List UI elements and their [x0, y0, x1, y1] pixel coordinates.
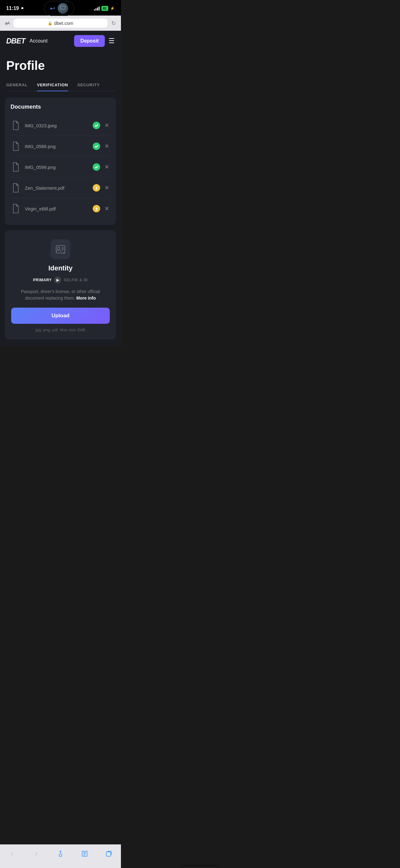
- identity-description: Passport, driver's license, or other off…: [14, 288, 107, 302]
- doc-remove-button[interactable]: ✕: [103, 184, 110, 192]
- status-center: ↩: [44, 1, 74, 16]
- lock-icon: 🔒: [48, 21, 53, 26]
- doc-name: Virgin_eBill.pdf: [25, 206, 93, 211]
- app-header: DBET Account Deposit ☰: [0, 31, 121, 51]
- battery-bolt: ⚡: [110, 6, 115, 10]
- tab-verification[interactable]: VERIFICATION: [37, 79, 68, 91]
- dbet-logo: DBET: [6, 37, 25, 45]
- status-green-icon: [93, 163, 100, 171]
- file-icon: [10, 120, 21, 131]
- identity-icon: [51, 239, 70, 259]
- doc-name: IMG_0588.png: [25, 144, 93, 149]
- document-item: IMG_0599.png ✕: [10, 157, 110, 178]
- id-tab-arrow: ▶: [54, 277, 61, 283]
- font-size-control[interactable]: aA: [5, 21, 10, 26]
- status-yellow-icon: !: [93, 184, 100, 191]
- battery-indicator: 81: [101, 6, 108, 11]
- tab-security[interactable]: SECURITY: [77, 79, 100, 91]
- svg-text:!: !: [96, 187, 97, 190]
- menu-icon[interactable]: ☰: [108, 37, 115, 45]
- svg-text:!: !: [96, 207, 97, 211]
- svg-rect-0: [61, 6, 65, 9]
- file-icon: [10, 182, 21, 194]
- signal-icon: [94, 6, 100, 10]
- page-title: Profile: [6, 59, 115, 73]
- document-item: IMG_0323.jpeg ✕: [10, 115, 110, 136]
- doc-remove-button[interactable]: ✕: [103, 121, 110, 129]
- url-text: dbet.com: [54, 21, 73, 26]
- doc-name: IMG_0323.jpeg: [25, 123, 93, 128]
- file-icon: [10, 161, 21, 173]
- document-item: IMG_0588.png ✕: [10, 136, 110, 157]
- doc-name: IMG_0599.png: [25, 164, 93, 170]
- doc-name: Zen_Statement.pdf: [25, 185, 93, 191]
- svg-point-7: [57, 247, 60, 250]
- documents-title: Documents: [10, 104, 110, 110]
- identity-tabs: PRIMARY ▶ SELFIE & ID: [33, 277, 88, 283]
- deposit-button[interactable]: Deposit: [74, 35, 105, 47]
- svg-rect-6: [56, 246, 65, 253]
- status-green-icon: [93, 122, 100, 129]
- status-right: 81 ⚡: [94, 6, 115, 11]
- url-bar[interactable]: 🔒 dbet.com: [13, 19, 108, 28]
- file-icon: [10, 203, 21, 215]
- document-item: Zen_Statement.pdf ! ✕: [10, 178, 110, 198]
- doc-status: ! ✕: [93, 184, 110, 192]
- status-yellow-icon: !: [93, 205, 100, 212]
- refresh-button[interactable]: ↻: [111, 20, 116, 27]
- documents-card: Documents IMG_0323.jpeg ✕ IMG_0588.png: [5, 97, 116, 225]
- status-bar: 11:19 ↩ 81 ⚡: [0, 0, 121, 16]
- logo-area: DBET Account: [6, 37, 47, 45]
- main-content: Documents IMG_0323.jpeg ✕ IMG_0588.png: [0, 91, 121, 346]
- identity-title: Identity: [48, 264, 72, 272]
- status-time: 11:19: [6, 6, 25, 11]
- id-tab-primary[interactable]: PRIMARY: [33, 278, 52, 282]
- doc-status: ✕: [93, 121, 110, 129]
- account-label: Account: [29, 38, 47, 44]
- doc-remove-button[interactable]: ✕: [103, 142, 110, 150]
- doc-remove-button[interactable]: ✕: [103, 163, 110, 171]
- tab-general[interactable]: GENERAL: [6, 79, 28, 91]
- status-green-icon: [93, 143, 100, 150]
- doc-status: ✕: [93, 163, 110, 171]
- profile-section: Profile GENERAL VERIFICATION SECURITY: [0, 51, 121, 91]
- doc-remove-button[interactable]: ✕: [103, 205, 110, 213]
- header-right: Deposit ☰: [74, 35, 115, 47]
- more-info-link[interactable]: More info: [76, 296, 96, 301]
- upload-button[interactable]: Upload: [11, 308, 110, 324]
- doc-status: ! ✕: [93, 205, 110, 213]
- document-item: Virgin_eBill.pdf ! ✕: [10, 198, 110, 219]
- avatar: [58, 3, 68, 14]
- file-icon: [10, 140, 21, 152]
- profile-tabs: GENERAL VERIFICATION SECURITY: [6, 79, 115, 91]
- svg-point-1: [64, 9, 65, 11]
- upload-hint: jpg, png, pdf. Max size 2MB: [36, 328, 85, 332]
- browser-bar: aA 🔒 dbet.com ↻: [0, 16, 121, 31]
- doc-status: ✕: [93, 142, 110, 150]
- identity-card: Identity PRIMARY ▶ SELFIE & ID Passport,…: [5, 230, 116, 340]
- back-button[interactable]: ↩: [50, 5, 55, 12]
- id-tab-selfie[interactable]: SELFIE & ID: [64, 278, 88, 282]
